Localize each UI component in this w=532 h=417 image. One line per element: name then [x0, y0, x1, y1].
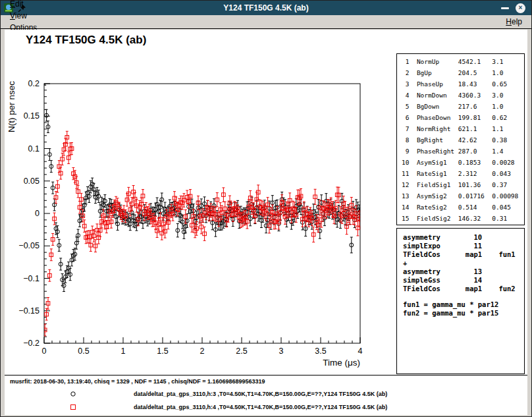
theory-panel: asymmetry 10 simplExpo 11 TFieldCos map1… [396, 228, 525, 374]
menubar: FileEditViewOptionsToolsMusrfit Help [1, 15, 531, 29]
canvas-area: Y124 TF150G 4.5K (ab) 00.511.522.533.54−… [5, 30, 527, 413]
svg-text:0.2: 0.2 [28, 79, 40, 88]
svg-text:2.5: 2.5 [236, 347, 247, 356]
titlebar[interactable]: Y124 TF150G 4.5K (ab) × [1, 1, 531, 15]
svg-text:0.15: 0.15 [24, 111, 40, 121]
svg-text:0: 0 [42, 347, 47, 356]
menu-view[interactable]: View [5, 10, 42, 22]
svg-text:0: 0 [35, 209, 40, 218]
series-1-points [43, 74, 363, 292]
legend-label-1: data/deltat_pta_gps_3110,h:3 ,T0=4.50K,T… [134, 391, 387, 397]
svg-text:0.5: 0.5 [78, 347, 89, 356]
svg-text:4: 4 [358, 347, 363, 356]
x-axis-title: Time (μs) [323, 358, 360, 368]
fit-status-line: musrfit: 2018-06-30, 13:19:40, chisq = 1… [10, 378, 265, 385]
open-square-marker-icon [69, 403, 77, 411]
legend-item-1: data/deltat_pta_gps_3110,h:3 ,T0=4.50K,T… [69, 390, 387, 398]
plot-canvas[interactable]: 00.511.522.533.54−0.2−0.15−0.1−0.0500.05… [5, 72, 386, 370]
parameter-table: 1 NormUp 4542.1 3.1 2 BgUp 204.5 1.0 3 P… [397, 54, 524, 225]
function-block: fun1 = gamma_mu * par12 fun2 = gamma_mu … [397, 300, 524, 318]
minimize-button[interactable] [501, 7, 509, 9]
svg-text:0.1: 0.1 [28, 144, 40, 153]
menu-right: Help [500, 16, 527, 28]
svg-text:−0.15: −0.15 [18, 306, 40, 316]
legend-item-2: data/deltat_pta_gps_3110,h:4 ,T0=4.50K,T… [69, 403, 387, 411]
menu-edit[interactable]: Edit [5, 0, 42, 10]
svg-text:0.05: 0.05 [24, 177, 40, 186]
menu-help[interactable]: Help [500, 16, 527, 28]
svg-text:−0.05: −0.05 [18, 241, 40, 250]
parameter-panel: 1 NormUp 4542.1 3.1 2 BgUp 204.5 1.0 3 P… [396, 53, 525, 225]
svg-text:3: 3 [279, 347, 284, 356]
legend-label-2: data/deltat_pta_gps_3110,h:4 ,T0=4.50K,T… [134, 404, 387, 410]
svg-text:−0.1: −0.1 [23, 274, 40, 283]
svg-text:3.5: 3.5 [315, 347, 326, 356]
theory-block: asymmetry 10 simplExpo 11 TFieldCos map1… [397, 229, 524, 293]
close-button[interactable]: × [516, 3, 525, 13]
window-title: Y124 TF150G 4.5K (ab) [223, 3, 308, 13]
svg-text:1.5: 1.5 [157, 347, 168, 356]
svg-text:1: 1 [121, 347, 126, 356]
series-2-points [43, 131, 363, 336]
info-panel: musrfit: 2018-06-30, 13:19:40, chisq = 1… [5, 375, 527, 415]
app-window: Y124 TF150G 4.5K (ab) × FileEditViewOpti… [0, 0, 532, 417]
svg-text:2: 2 [200, 347, 205, 356]
y-axis-title: N(t) per nsec [7, 81, 16, 132]
open-circle-marker-icon [69, 390, 77, 398]
plot-title: Y124 TF150G 4.5K (ab) [26, 34, 146, 47]
window-controls: × [501, 3, 525, 13]
svg-text:−0.2: −0.2 [23, 339, 40, 348]
